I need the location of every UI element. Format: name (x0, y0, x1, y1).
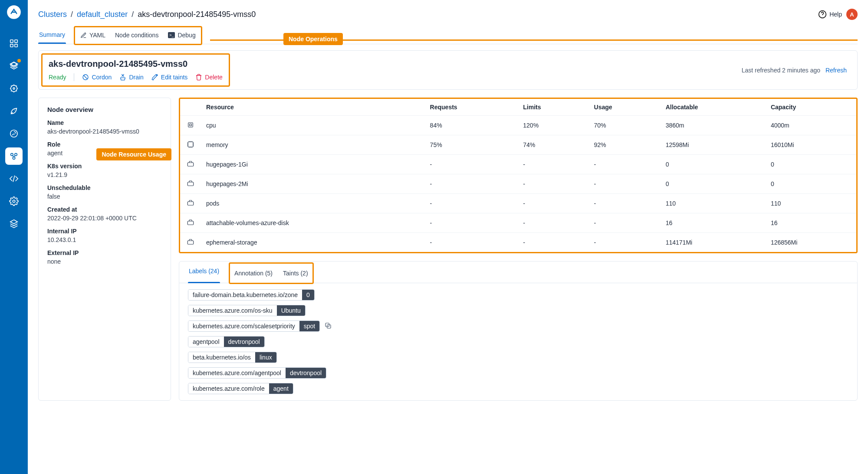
overview-item: Created at2022-09-29 22:01:08 +0000 UTC (47, 206, 162, 222)
label-chip: failure-domain.beta.kubernetes.io/zone0 (188, 289, 315, 301)
node-overview-card: Node overview Nameaks-devtronpool-214854… (38, 98, 171, 401)
status-badge: Ready (49, 74, 66, 81)
tab-summary[interactable]: Summary (38, 27, 66, 43)
label-chip: beta.kubernetes.io/oslinux (188, 352, 277, 363)
breadcrumb: Clusters / default_cluster / aks-devtron… (38, 10, 256, 19)
disk-icon (186, 199, 195, 207)
labels-list: failure-domain.beta.kubernetes.io/zone0k… (179, 283, 857, 394)
page-tabs: Summary YAML Node conditions >_ Debug No… (38, 26, 858, 44)
app-logo (4, 3, 23, 22)
tab-yaml[interactable]: YAML (79, 27, 106, 44)
svg-rect-20 (187, 202, 194, 205)
nav-item-settings[interactable] (5, 193, 23, 210)
crumb-cluster[interactable]: default_cluster (77, 10, 128, 19)
copy-icon[interactable] (324, 322, 332, 331)
left-nav-rail (0, 0, 28, 474)
disk-icon (186, 160, 195, 168)
svg-rect-21 (187, 221, 194, 225)
crumb-node: aks-devtronpool-21485495-vmss0 (138, 10, 256, 19)
label-chip: kubernetes.azure.com/agentpooldevtronpoo… (188, 367, 326, 379)
label-chip: kubernetes.azure.com/os-skuUbuntu (188, 305, 306, 316)
meta-tab-taints[interactable]: Taints (2) (282, 264, 309, 283)
main-content: Clusters / default_cluster / aks-devtron… (28, 0, 868, 474)
svg-rect-4 (15, 44, 17, 47)
label-chip: agentpooldevtronpool (188, 336, 265, 347)
tab-node-conditions[interactable]: Node conditions (114, 27, 159, 44)
drain-button[interactable]: Drain (119, 74, 143, 81)
svg-rect-15 (188, 123, 193, 127)
resource-row: pods---110110 (180, 194, 856, 213)
resource-row: memory75%74%92%12598Mi16010Mi (180, 135, 856, 155)
label-chip: kubernetes.azure.com/scalesetpriorityspo… (188, 320, 332, 332)
overview-item: Unschedulablefalse (47, 184, 162, 200)
top-bar: Clusters / default_cluster / aks-devtron… (38, 0, 858, 20)
svg-rect-22 (187, 241, 194, 244)
node-header-card: aks-devtronpool-21485495-vmss0 Ready Cor… (38, 50, 858, 90)
resource-usage-card: ResourceRequestsLimitsUsageAllocatableCa… (179, 98, 858, 253)
resource-row: hugepages-1Gi---00 (180, 155, 856, 174)
resource-row: attachable-volumes-azure-disk---1616 (180, 213, 856, 233)
resource-row: cpu84%120%70%3860m4000m (180, 116, 856, 135)
resource-table: ResourceRequestsLimitsUsageAllocatableCa… (180, 99, 856, 252)
overview-item: K8s versionv1.21.9 (47, 163, 162, 178)
node-title: aks-devtronpool-21485495-vmss0 (49, 59, 223, 69)
callout-node-operations: Node Operations (283, 33, 343, 45)
metadata-card: Labels (24) Annotation (5) Taints (2) fa… (179, 261, 858, 401)
node-overview-title: Node overview (47, 106, 162, 113)
svg-rect-18 (187, 163, 194, 166)
disk-icon (186, 238, 195, 246)
disk-icon (186, 179, 195, 188)
resource-row: ephemeral-storage---114171Mi126856Mi (180, 233, 856, 252)
cpu-icon (186, 121, 195, 129)
cordon-button[interactable]: Cordon (82, 74, 112, 81)
svg-rect-3 (10, 44, 13, 47)
mem-icon (186, 140, 195, 149)
svg-point-10 (13, 157, 15, 160)
user-avatar[interactable]: A (846, 9, 858, 20)
refresh-button[interactable]: Refresh (825, 67, 847, 74)
svg-point-6 (13, 88, 15, 89)
last-refreshed-text: Last refreshed 2 minutes ago (742, 67, 820, 74)
resource-row: hugepages-2Mi---00 (180, 174, 856, 194)
nav-item-stacks[interactable] (5, 215, 23, 232)
nav-item-clusters[interactable] (5, 147, 23, 165)
disk-icon (186, 218, 195, 227)
meta-tab-annotations[interactable]: Annotation (5) (233, 264, 273, 283)
overview-item: Roleagent (47, 141, 162, 157)
crumb-clusters[interactable]: Clusters (38, 10, 67, 19)
nav-item-apps[interactable] (5, 35, 23, 52)
terminal-icon: >_ (168, 32, 175, 38)
nav-item-code[interactable] (5, 170, 23, 187)
nav-item-config[interactable] (5, 80, 23, 97)
nav-item-app-store[interactable] (5, 57, 23, 75)
delete-button[interactable]: Delete (195, 74, 222, 81)
svg-rect-19 (187, 182, 194, 186)
tab-debug[interactable]: >_ Debug (167, 27, 196, 44)
overview-item: External IPnone (47, 249, 162, 265)
help-button[interactable]: Help (818, 10, 842, 19)
overview-item: Internal IP10.243.0.1 (47, 228, 162, 243)
label-chip: kubernetes.azure.com/roleagent (188, 383, 293, 394)
svg-rect-17 (188, 142, 193, 147)
nav-item-deploy[interactable] (5, 102, 23, 120)
nav-item-security[interactable] (5, 125, 23, 142)
svg-rect-2 (15, 40, 17, 42)
svg-rect-1 (10, 40, 13, 42)
svg-point-11 (13, 200, 15, 203)
overview-item: Nameaks-devtronpool-21485495-vmss0 (47, 119, 162, 135)
svg-rect-16 (190, 124, 192, 126)
edit-taints-button[interactable]: Edit taints (151, 74, 187, 81)
meta-tab-labels[interactable]: Labels (24) (188, 262, 220, 283)
svg-point-5 (11, 85, 17, 92)
